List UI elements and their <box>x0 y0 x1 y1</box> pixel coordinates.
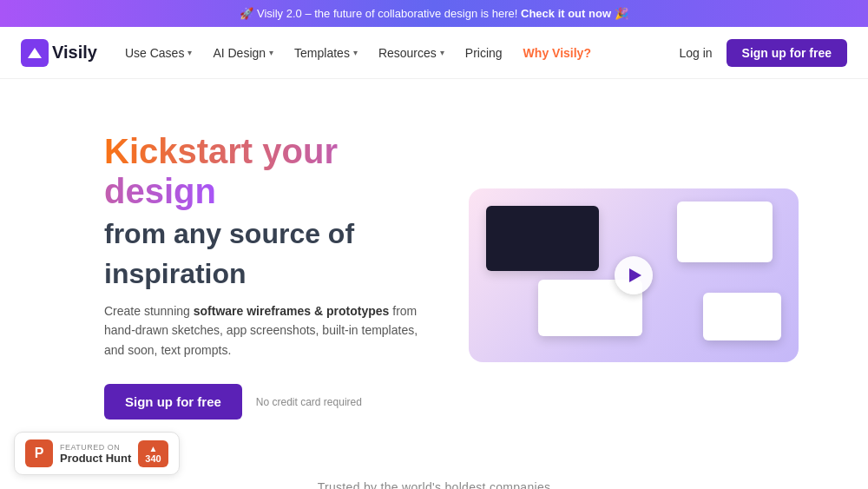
hero-signup-button[interactable]: Sign up for free <box>104 384 242 420</box>
banner-text: 🚀 Visily 2.0 – the future of collaborati… <box>240 7 517 20</box>
hero-content: Kickstart your design from any source of… <box>104 131 434 420</box>
logo[interactable]: Visily <box>21 39 97 67</box>
ph-text-area: FEATURED ON Product Hunt <box>60 443 131 465</box>
hero-mockup-4 <box>703 293 781 340</box>
chevron-icon: ▾ <box>440 48 444 57</box>
hero-section: Kickstart your design from any source of… <box>0 79 868 454</box>
trusted-title: Trusted by the world's boldest companies <box>35 480 833 489</box>
announcement-banner: 🚀 Visily 2.0 – the future of collaborati… <box>0 0 868 27</box>
hero-mockup-2 <box>677 202 773 262</box>
login-button[interactable]: Log in <box>679 46 712 60</box>
hero-mockup-1 <box>486 206 599 271</box>
hero-description: Create stunning software wireframes & pr… <box>104 301 434 360</box>
nav-templates[interactable]: Templates ▾ <box>294 46 358 60</box>
ph-count-badge: ▲ 340 <box>138 440 168 467</box>
nav-actions: Log in Sign up for free <box>679 39 847 67</box>
product-hunt-badge[interactable]: P FEATURED ON Product Hunt ▲ 340 <box>14 432 180 475</box>
ph-featured-on: FEATURED ON <box>60 443 131 452</box>
nav-ai-design[interactable]: AI Design ▾ <box>213 46 273 60</box>
nav-pricing[interactable]: Pricing <box>465 46 503 60</box>
ph-upvote-icon: ▲ <box>149 444 158 453</box>
banner-cta[interactable]: Check it out now 🎉 <box>521 7 628 20</box>
play-icon <box>629 268 641 282</box>
nav-resources[interactable]: Resources ▾ <box>378 46 444 60</box>
navbar: Visily Use Cases ▾ AI Design ▾ Templates… <box>0 27 868 79</box>
chevron-icon: ▾ <box>187 48 192 57</box>
logo-icon <box>21 39 49 67</box>
hero-no-credit-text: No credit card required <box>256 396 362 408</box>
signup-button[interactable]: Sign up for free <box>727 39 847 67</box>
nav-links: Use Cases ▾ AI Design ▾ Templates ▾ Reso… <box>125 46 679 60</box>
ph-logo-icon: P <box>25 439 53 467</box>
hero-title: Kickstart your design from any source of… <box>104 131 434 291</box>
nav-use-cases[interactable]: Use Cases ▾ <box>125 46 192 60</box>
chevron-icon: ▾ <box>269 48 273 57</box>
chevron-icon: ▾ <box>353 48 358 57</box>
nav-why-visily[interactable]: Why Visily? <box>523 46 591 60</box>
logo-text: Visily <box>52 43 97 63</box>
ph-name: Product Hunt <box>60 452 131 465</box>
hero-cta-row: Sign up for free No credit card required <box>104 384 434 420</box>
play-button[interactable] <box>615 256 653 294</box>
hero-image <box>469 188 799 362</box>
